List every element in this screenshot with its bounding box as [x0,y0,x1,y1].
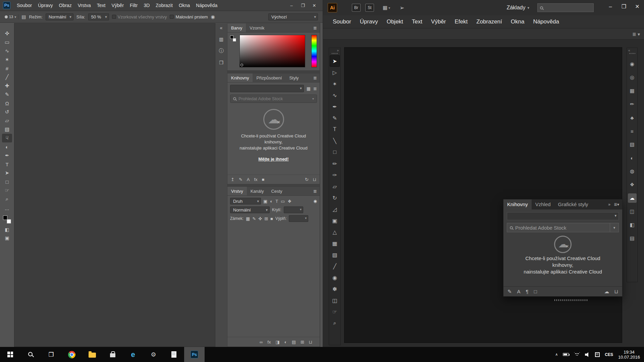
healing-brush-tool[interactable]: ✚ [2,81,12,90]
mode-select[interactable]: Normální [46,13,73,20]
move-tool[interactable]: ✜ [2,29,12,38]
dock-grip[interactable] [629,53,635,54]
panel-tab[interactable]: Cesty [267,187,286,195]
sample-all-layers-checkbox[interactable]: Vzorkovat všechny vrstvy [112,14,167,19]
line-tool[interactable]: ╲ [330,135,340,146]
chrome-button[interactable] [61,347,82,362]
delete-icon[interactable]: ⊔ [313,177,316,182]
artboard-tool[interactable]: ◫ [330,295,340,306]
menu-item[interactable]: Okna [506,15,529,28]
panel-tab[interactable]: Barvy [227,23,246,32]
libraries-panel-icon[interactable]: ☁ [628,193,637,203]
menu-item[interactable]: Okna [176,0,193,11]
menu-item[interactable]: Obraz [56,0,75,11]
panel-tab[interactable]: Styly [285,73,302,82]
foreground-background-swatches[interactable] [3,215,11,224]
stroke-panel-icon[interactable]: ≡ [628,126,637,136]
lock-paint-icon[interactable]: ✎ [252,216,256,221]
hidden-icons-chevron[interactable]: ∧ [555,352,558,357]
brushes-panel-icon[interactable]: ✏ [628,100,637,109]
type-tool[interactable]: T [330,124,340,135]
lock-move-icon[interactable]: ✜ [258,216,262,221]
symbols-panel-icon[interactable]: ♣ [628,113,637,122]
foreground-color-swatch[interactable] [3,216,7,220]
start-button[interactable] [0,347,20,362]
mini-color-swatches[interactable] [230,35,236,42]
eyedropper-tool[interactable]: ╱ [330,260,340,272]
language-indicator[interactable]: CES [605,352,613,357]
minimize-button[interactable]: – [286,0,297,11]
collapse-panels-icon[interactable]: « [220,25,223,31]
filter-adjustment-icon[interactable]: ◐ [270,199,273,204]
workspace-switcher[interactable]: Základy ▾ [506,5,529,11]
library-select[interactable] [230,85,304,92]
rectangle-tool[interactable]: □ [2,177,12,186]
illustrator-canvas[interactable] [344,47,622,343]
edit-toolbar-icon[interactable]: ⋯ [5,207,9,212]
panel-tab[interactable]: Knihovny [227,73,253,82]
menu-item[interactable]: Nápověda [529,15,564,28]
horizontal-scrollbar[interactable] [554,299,588,301]
close-button[interactable]: ✕ [631,0,644,13]
panel-tab[interactable]: Knihovny [503,199,532,209]
menu-item[interactable]: Efekt [450,15,472,28]
menu-item[interactable]: Vrstva [75,0,94,11]
add-brush-icon[interactable]: ✎ [507,289,512,294]
filter-pixel-icon[interactable]: ▣ [263,199,267,204]
pressure-icon[interactable]: ◉ [211,14,215,19]
rectangle-tool[interactable]: □ [330,146,340,158]
lock-all-icon[interactable]: ■ [270,216,273,221]
grid-view-icon[interactable]: ▦ [307,86,311,91]
panel-tab[interactable]: Přizpůsobení [253,73,285,82]
menu-item[interactable]: Soubor [14,0,35,11]
panel-tab[interactable]: Vzorník [246,23,268,32]
task-view-button[interactable]: ❐ [41,347,61,362]
search-button[interactable] [20,347,41,362]
gradient-panel-icon[interactable]: ▧ [628,140,637,149]
menu-item[interactable]: Úpravy [35,0,56,11]
share-icon[interactable]: ➢ [399,4,404,11]
clone-source-panel-icon[interactable]: ❒ [219,60,223,65]
delete-icon[interactable]: ⊔ [614,289,618,294]
saturation-square[interactable] [239,35,305,67]
menu-item[interactable]: Zobrazit [153,0,176,11]
rotate-tool[interactable]: ↻ [330,192,340,203]
stock-search-input[interactable]: Prohledat Adobe Stock [507,223,610,232]
magic-wand-tool[interactable]: ✶ [330,78,340,89]
blend-tool[interactable]: ◉ [330,272,340,283]
blob-brush-tool[interactable]: ✑ [330,169,340,181]
library-select[interactable] [507,212,619,220]
add-layer-style-icon[interactable]: fx [254,177,257,182]
add-paragraph-style-icon[interactable]: ¶ [526,289,529,294]
filter-toggle-icon[interactable]: ◉ [314,199,317,203]
get-them-now-link[interactable]: Mějte je ihned! [258,157,288,162]
free-transform-tool[interactable]: ▣ [330,215,340,226]
close-button[interactable]: ✕ [309,0,320,11]
add-color-icon[interactable]: ■ [262,177,265,182]
add-graphic-icon[interactable]: ↥ [231,177,234,182]
add-character-style-icon[interactable]: A [247,177,250,182]
blend-mode-select[interactable]: Normální [230,206,270,213]
pen-tool[interactable]: ✒ [2,151,12,160]
selection-tool[interactable]: ➤ [330,55,340,67]
paintbrush-tool[interactable]: ✏ [330,158,340,169]
layers-panel-icon[interactable]: ▤ [628,234,637,243]
minimize-button[interactable]: – [604,0,617,13]
add-color-icon[interactable]: □ [534,289,537,294]
layer-style-icon[interactable]: fx [267,340,271,344]
hand-tool[interactable]: ☞ [2,186,12,195]
lasso-tool[interactable]: ∿ [2,47,12,55]
transparency-panel-icon[interactable]: ◐ [628,153,637,163]
pencil-tool[interactable]: ✎ [330,112,340,124]
expand-toolbar-icon[interactable]: » [329,48,340,52]
menu-item[interactable]: Text [94,0,109,11]
dodge-tool[interactable]: ◐ [2,142,12,151]
info-panel-icon[interactable]: ⓘ [219,48,224,54]
new-group-icon[interactable]: ▤ [292,340,296,344]
search-options-button[interactable]: ▾ [610,223,619,232]
expand-panels-icon[interactable]: « [627,48,637,52]
list-view-icon[interactable]: ≣ [313,86,317,91]
photoshop-canvas[interactable] [14,23,215,347]
zoom-tool[interactable]: ⌕ [330,317,340,329]
panel-tab[interactable]: Kanály [247,187,268,195]
